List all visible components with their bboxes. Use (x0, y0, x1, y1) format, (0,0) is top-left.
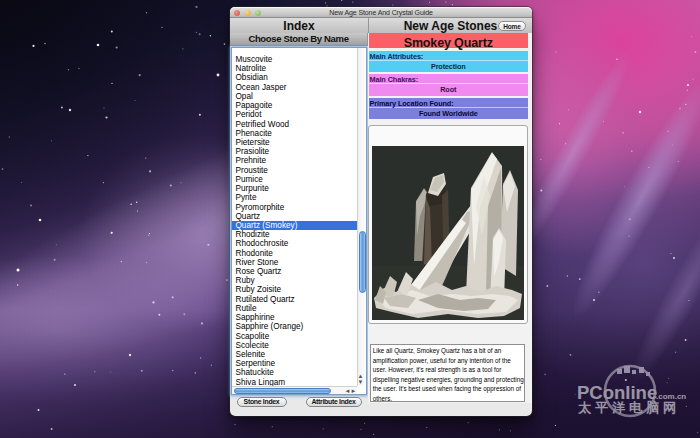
svg-text:太平洋电脑网: 太平洋电脑网 (577, 400, 680, 415)
